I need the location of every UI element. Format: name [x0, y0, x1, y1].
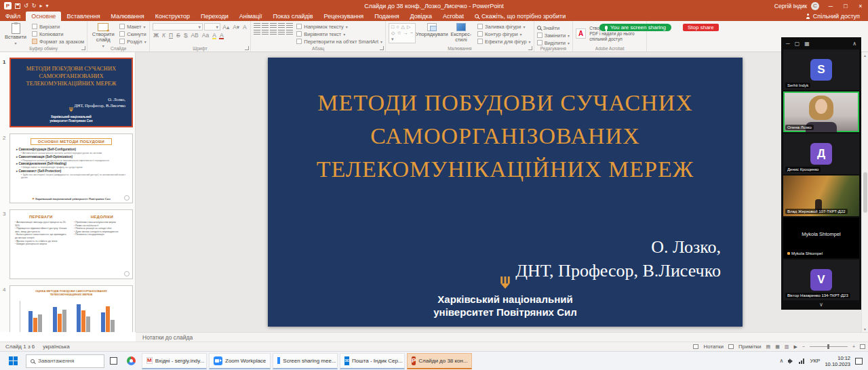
undo-icon[interactable]: ↺ — [24, 3, 28, 9]
close-button[interactable]: × — [853, 0, 868, 12]
justify-icon[interactable] — [278, 30, 285, 35]
notification-center-icon[interactable] — [855, 358, 863, 365]
grow-font-icon[interactable]: A▴ — [222, 24, 231, 30]
slide-university-textbox[interactable]: Харківський національний університет Пов… — [268, 293, 743, 318]
tab-design[interactable]: Конструктор — [150, 12, 195, 21]
character-spacing-icon[interactable]: АВ — [190, 32, 199, 39]
slide-authors-textbox[interactable]: О. Лозко, ДНТ, Професор, В.Лисечко — [515, 235, 721, 283]
align-left-icon[interactable] — [254, 30, 260, 35]
share-button[interactable]: Спільний доступ — [806, 12, 868, 21]
tab-view[interactable]: Подання — [369, 12, 404, 21]
align-text-button[interactable]: Вирівняти текст▾ — [296, 30, 382, 37]
dialog-launcher-icon[interactable] — [380, 46, 384, 50]
section-button[interactable]: Розділ▾ — [119, 38, 146, 45]
participant-tile-3[interactable]: Д Денис Крощенко — [783, 133, 859, 174]
slide-sorter-view-icon[interactable]: ▦ — [775, 344, 780, 350]
fit-to-window-icon[interactable] — [860, 344, 865, 349]
tab-draw[interactable]: Малювання — [106, 12, 150, 21]
layout-button[interactable]: Макет▾ — [119, 23, 146, 30]
slideshow-view-icon[interactable]: ▶ — [793, 344, 797, 350]
editing-canvas[interactable]: МЕТОДИ ПОБУДОВИ СУЧАСНИХ САМООРГАНІЗОВАН… — [136, 52, 868, 332]
tab-slideshow[interactable]: Показ слайдів — [268, 12, 319, 21]
increase-indent-icon[interactable] — [278, 23, 285, 28]
tab-review[interactable]: Рецензування — [319, 12, 370, 21]
shape-outline-button[interactable]: Контур фігури▾ — [477, 30, 531, 37]
decrease-indent-icon[interactable] — [270, 23, 277, 28]
shape-effects-button[interactable]: Ефекти для фігур▾ — [477, 38, 531, 45]
reading-view-icon[interactable]: ▥ — [785, 344, 789, 350]
zoom-slider[interactable] — [810, 346, 848, 347]
tab-insert[interactable]: Вставлення — [61, 12, 105, 21]
tab-acrobat[interactable]: Acrobat — [437, 12, 469, 21]
underline-icon[interactable]: П — [167, 32, 174, 39]
cut-button[interactable]: Вирізати — [32, 23, 84, 30]
clear-formatting-icon[interactable]: A — [242, 24, 248, 30]
align-center-icon[interactable] — [262, 30, 269, 35]
comments-toggle-icon[interactable] — [728, 344, 734, 349]
notes-toggle-icon[interactable] — [693, 344, 698, 349]
text-direction-button[interactable]: Напрямок тексту▾ — [296, 23, 382, 30]
copy-button[interactable]: Копіювати — [32, 30, 84, 37]
shape-fill-button[interactable]: Заливка фігури▾ — [477, 23, 531, 30]
tab-home[interactable]: Основне — [26, 12, 61, 21]
bold-icon[interactable]: Ж — [153, 32, 160, 39]
taskbar-app-zoom[interactable]: Zoom Workplace — [209, 353, 271, 369]
taskbar-app-mail[interactable]: ✉ Пошта - Індик Сер... — [340, 353, 405, 369]
account-name[interactable]: Сергій Індик — [774, 3, 807, 9]
participant-tile-5[interactable]: Mykola Shtompel Mykola Shtompel — [783, 218, 859, 258]
replace-button[interactable]: Замінити▾ — [537, 32, 570, 39]
participant-tile-4[interactable]: Влад Жерновой 107-ТКРТ-Д22 — [783, 176, 859, 216]
text-shadow-icon[interactable]: S — [182, 32, 189, 39]
dialog-launcher-icon[interactable] — [81, 46, 85, 50]
save-icon[interactable] — [15, 3, 20, 9]
paste-button[interactable]: Вставити ▾ — [3, 23, 28, 46]
arrange-button[interactable]: Упорядкувати — [419, 23, 445, 37]
clock[interactable]: 10:12 10.10.2023 — [825, 355, 850, 367]
convert-smartart-button[interactable]: Перетворити на об'єкт SmartArt▾ — [296, 38, 382, 45]
line-spacing-icon[interactable] — [286, 23, 293, 28]
numbering-icon[interactable] — [262, 23, 269, 28]
zoom-slider-knob[interactable] — [827, 344, 829, 349]
shapes-gallery[interactable]: □○△▷ ◇☆→− ▾ — [389, 23, 416, 43]
reset-button[interactable]: Скинути — [119, 30, 146, 37]
dialog-launcher-icon[interactable] — [245, 46, 249, 50]
minimize-panel-icon[interactable]: ─ — [786, 41, 790, 47]
tab-animations[interactable]: Анімації — [234, 12, 268, 21]
taskbar-search[interactable]: Завантаження — [26, 354, 104, 368]
qat-customize-icon[interactable]: ▾ — [45, 3, 48, 9]
font-size-select[interactable]: ▾ — [204, 23, 220, 30]
slide-thumbnail-3[interactable]: ПЕРЕВАГИ НЕДОЛІКИ Автоматизація зменшує … — [9, 209, 133, 279]
redo-icon[interactable]: ↻ — [32, 3, 37, 9]
start-slideshow-icon[interactable]: ▸ — [39, 3, 42, 9]
speaker-icon[interactable] — [788, 358, 794, 364]
stop-share-button[interactable]: Stop share — [683, 24, 719, 31]
find-button[interactable]: Знайти — [537, 24, 570, 31]
slide-thumbnail-2[interactable]: ОСНОВНІ МЕТОДИ ПОБУДОВИ Самоконфігурація… — [9, 133, 133, 203]
taskbar-app-screenshare[interactable]: Screen sharing mee... — [273, 353, 338, 369]
shrink-font-icon[interactable]: A▾ — [232, 24, 241, 30]
tray-expand-icon[interactable]: ∧ — [780, 358, 784, 364]
font-color-icon[interactable]: А — [218, 32, 224, 39]
slide-title-textbox[interactable]: МЕТОДИ ПОБУДОВИ СУЧАСНИХ САМООРГАНІЗОВАН… — [268, 86, 743, 186]
account-avatar[interactable]: С — [811, 2, 819, 10]
popout-icon[interactable]: ▢ — [795, 41, 800, 47]
select-button[interactable]: Виділити▾ — [537, 39, 570, 46]
browser-button[interactable] — [122, 352, 140, 370]
normal-view-icon[interactable]: ▤ — [766, 344, 771, 350]
scroll-up-icon[interactable]: ▴ — [864, 53, 866, 58]
task-view-button[interactable] — [104, 352, 122, 370]
participant-tile-1[interactable]: S Serhii Indyk — [783, 49, 859, 90]
font-name-select[interactable]: ▾ — [153, 23, 203, 30]
quick-styles-button[interactable]: Експрес-стилі — [448, 23, 474, 43]
tellme-box[interactable]: Скажіть, що потрібно зробити — [475, 12, 566, 21]
comments-toggle[interactable]: Примітки — [738, 344, 762, 350]
scroll-down-chevron[interactable]: ∨ — [781, 302, 861, 310]
slide-thumbnail-1[interactable]: МЕТОДИ ПОБУДОВИ СУЧАСНИХ САМООРГАНІЗОВАН… — [9, 58, 133, 127]
strikethrough-icon[interactable]: S — [176, 32, 182, 39]
gallery-view-icon[interactable]: ▦ — [804, 41, 810, 47]
canvas-scrollbar[interactable]: ▴ ▾ — [861, 52, 868, 332]
italic-icon[interactable]: К — [161, 32, 166, 39]
language-indicator[interactable]: українська — [43, 344, 69, 350]
network-icon[interactable] — [799, 358, 805, 364]
change-case-icon[interactable]: Аа — [201, 32, 210, 39]
